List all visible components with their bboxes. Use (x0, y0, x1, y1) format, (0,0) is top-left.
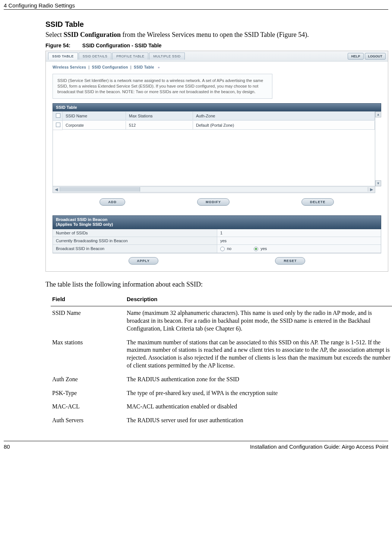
col-max-stations: Max Stations (126, 112, 193, 120)
radio-icon (220, 247, 225, 251)
fd-field: Auth Servers (51, 414, 125, 427)
figure-title: SSID Configuration - SSID Table (82, 42, 162, 48)
tab-profile-table[interactable]: PROFILE TABLE (112, 53, 148, 60)
vscroll-up-icon[interactable]: ▲ (375, 111, 381, 117)
hscroll-thumb[interactable] (60, 187, 140, 192)
num-ssids-value: 1 (217, 229, 381, 237)
broadcast-title-l2: (Applies To Single SSID only) (56, 222, 113, 227)
fd-desc: The maximum number of stations that can … (125, 336, 392, 373)
broadcast-radio-yes[interactable]: yes (254, 246, 267, 251)
hscroll-left-icon[interactable]: ◀ (53, 187, 60, 192)
post-text: The table lists the following informatio… (45, 281, 388, 288)
add-button[interactable]: ADD (99, 198, 125, 206)
table-row[interactable]: Corporate 512 Default (Portal Zone) (53, 121, 375, 130)
fd-field: PSK-Type (51, 386, 125, 400)
vscroll-down-icon[interactable]: ▼ (375, 180, 381, 186)
subsection-title: SSID Table (45, 20, 388, 29)
fd-field: Max stations (51, 336, 125, 373)
running-header-left: 4 Configuring Radio Settings (4, 2, 75, 9)
broadcast-kv: Number of SSIDs 1 Currently Broadcasting… (53, 229, 381, 253)
intro-paragraph: Select SSID Configuration from the Wirel… (45, 31, 388, 39)
fd-field: MAC-ACL (51, 400, 125, 414)
cell-auth-zone: Default (Portal Zone) (193, 121, 375, 130)
broadcast-radio-no[interactable]: no (220, 246, 231, 251)
cell-max-stations: 512 (126, 121, 193, 130)
row-checkbox[interactable] (56, 123, 60, 127)
reset-button[interactable]: RESET (275, 257, 305, 265)
table-row: SSID NameName (maximum 32 alphanumeric c… (51, 306, 392, 336)
hscroll-right-icon[interactable]: ▶ (368, 187, 375, 192)
fd-head-field: Field (51, 294, 125, 306)
apply-button[interactable]: APPLY (129, 257, 158, 265)
figure-number: Figure 54: (45, 42, 70, 48)
breadcrumb-0: Wireless Services (53, 65, 86, 69)
header-rule (4, 9, 388, 10)
section-title-broadcast: Broadcast SSID in Beacon (Applies To Sin… (53, 215, 381, 230)
footer-title: Installation and Configuration Guide: Ai… (250, 443, 388, 450)
intro-bold: SSID Configuration (63, 31, 121, 38)
table-row: PSK-TypeThe type of pre-shared key used,… (51, 386, 392, 400)
modify-button[interactable]: MODIFY (197, 198, 230, 206)
table-action-row: ADD MODIFY DELETE (53, 193, 381, 211)
logout-button[interactable]: LOGOUT (365, 53, 386, 60)
col-ssid-name: SSID Name (63, 112, 126, 120)
tab-bar: SSID TABLE SSID DETAILS PROFILE TABLE MU… (46, 51, 388, 61)
table-row: Auth ZoneThe RADIUS authentication zone … (51, 373, 392, 386)
help-button[interactable]: HELP (348, 53, 363, 60)
breadcrumb-2: SSID Table (134, 65, 154, 69)
select-all-checkbox[interactable] (56, 113, 60, 118)
screenshot-ssid-config: SSID TABLE SSID DETAILS PROFILE TABLE MU… (45, 51, 388, 272)
ssid-table-head: SSID Name Max Stations Auth-Zone (53, 111, 375, 121)
table-row: Max stationsThe maximum number of statio… (51, 336, 392, 373)
intro-t1: Select (45, 31, 63, 38)
broadcast-option-label: Broadcast SSID in Beacon (53, 245, 217, 253)
delete-button[interactable]: DELETE (301, 198, 334, 206)
tab-multiple-ssid[interactable]: MULTIPLE SSID (149, 53, 184, 60)
fd-desc: The type of pre-shared key used, if WPA … (125, 386, 392, 400)
table-row: Auth ServersThe RADIUS server used for u… (51, 414, 392, 427)
info-note: SSID (Service Set Identifier) is a netwo… (53, 74, 272, 99)
currently-broadcasting-label: Currently Broadcasting SSID in Beacon (53, 237, 217, 245)
radio-icon (254, 247, 258, 251)
breadcrumb: Wireless Services | SSID Configuration |… (46, 61, 388, 72)
section-title-ssid-table: SSID Table (53, 103, 381, 111)
figure-caption: Figure 54: SSID Configuration - SSID Tab… (45, 42, 388, 48)
fd-field: SSID Name (51, 306, 125, 336)
tab-ssid-table[interactable]: SSID TABLE (48, 53, 78, 60)
fd-head-desc: Description (125, 294, 392, 306)
ssid-table: SSID Name Max Stations Auth-Zone Corpora… (53, 111, 375, 186)
broadcast-title-l1: Broadcast SSID in Beacon (56, 217, 107, 222)
breadcrumb-chevron-icon: » (157, 66, 160, 69)
page-number: 80 (4, 443, 10, 450)
radio-yes-label: yes (260, 246, 267, 251)
radio-no-label: no (227, 246, 231, 251)
fd-field: Auth Zone (51, 373, 125, 386)
fd-desc: MAC-ACL authentication enabled or disabl… (125, 400, 392, 414)
fd-desc: The RADIUS server used for user authenti… (125, 414, 392, 427)
table-empty-area (53, 130, 375, 186)
broadcast-action-row: APPLY RESET (53, 253, 381, 266)
hscrollbar[interactable]: ◀ ▶ (53, 186, 375, 193)
field-description-table: Field Description SSID NameName (maximum… (51, 294, 392, 427)
table-row: MAC-ACLMAC-ACL authentication enabled or… (51, 400, 392, 414)
col-auth-zone: Auth-Zone (193, 112, 375, 120)
breadcrumb-1: SSID Configuration (92, 65, 128, 69)
intro-t2: from the Wireless Services menu to open … (121, 31, 309, 38)
fd-desc: Name (maximum 32 alphanumeric characters… (125, 306, 392, 336)
tab-ssid-details[interactable]: SSID DETAILS (79, 53, 111, 60)
fd-desc: The RADIUS authentication zone for the S… (125, 373, 392, 386)
num-ssids-label: Number of SSIDs (53, 229, 217, 237)
cell-ssid-name: Corporate (63, 121, 126, 130)
currently-broadcasting-value: yes (217, 237, 381, 245)
